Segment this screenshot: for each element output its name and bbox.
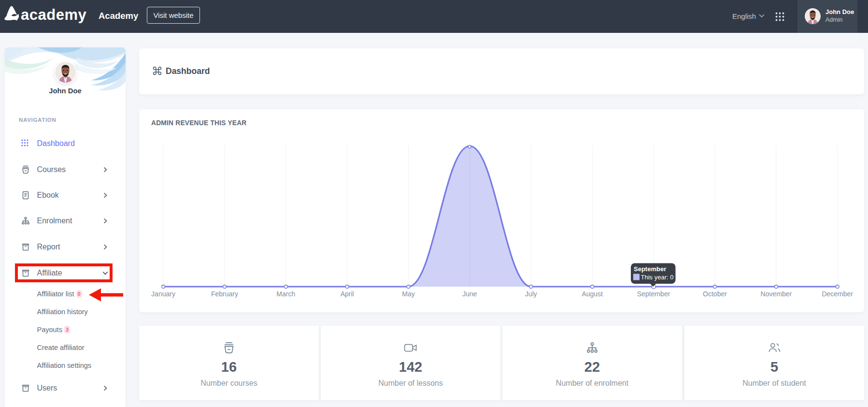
svg-text:February: February [211, 290, 238, 298]
svg-text:June: June [462, 290, 477, 298]
svg-text:December: December [822, 290, 853, 298]
svg-text:This year: 0: This year: 0 [641, 274, 674, 281]
svg-text:July: July [525, 290, 537, 298]
svg-text:May: May [402, 290, 414, 298]
svg-text:October: October [703, 290, 727, 298]
svg-text:January: January [151, 290, 175, 298]
svg-text:September: September [637, 290, 670, 298]
svg-text:March: March [276, 290, 295, 298]
svg-text:September: September [634, 265, 666, 273]
svg-text:April: April [341, 290, 354, 298]
svg-text:August: August [582, 290, 603, 298]
svg-text:November: November [761, 290, 792, 298]
